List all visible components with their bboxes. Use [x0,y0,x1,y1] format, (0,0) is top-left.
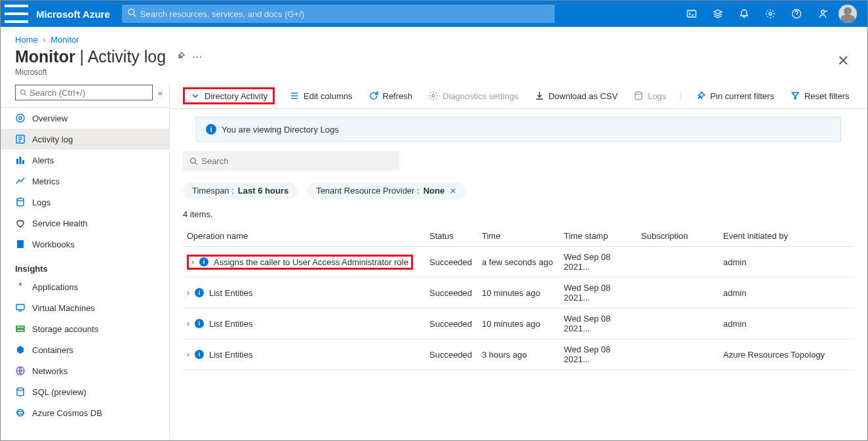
operation-name[interactable]: List Entities [209,319,252,329]
table-search-input[interactable] [201,156,393,166]
diagnostics-button[interactable]: Diagnostics settings [427,88,520,104]
download-icon [534,91,545,101]
table-row[interactable]: ›iList EntitiesSucceeded10 minutes agoWe… [183,278,854,308]
table-row[interactable]: ›iList EntitiesSucceeded3 hours agoWed S… [183,339,854,370]
breadcrumb-monitor[interactable]: Monitor [50,35,79,45]
directories-icon[interactable] [705,1,731,27]
chevron-right-icon[interactable]: › [187,350,189,359]
sidebar-item-metrics[interactable]: Metrics [1,171,169,192]
download-csv-button[interactable]: Download as CSV [533,88,620,104]
info-banner-text: You are viewing Directory Logs [222,125,339,135]
chevron-right-icon[interactable]: › [187,288,189,297]
svg-line-37 [195,162,197,164]
logs-icon [633,91,644,101]
svg-point-9 [20,90,25,94]
sidebar-item-workbooks[interactable]: Workbooks [1,234,169,255]
chevron-right-icon[interactable]: › [187,319,189,328]
svg-rect-18 [20,157,22,164]
sidebar-item-service-health[interactable]: Service Health [1,213,169,234]
pin-icon[interactable] [176,51,186,62]
table-search[interactable] [183,151,399,171]
cell-ts: Wed Sep 08 2021... [560,247,637,278]
sidebar-search[interactable] [15,85,153,100]
cloud-shell-icon[interactable] [679,1,705,27]
help-icon[interactable] [783,1,810,27]
th-subscription[interactable]: Subscription [637,226,719,247]
settings-icon[interactable] [757,1,783,27]
svg-point-6 [769,12,772,15]
sidebar-item-label: Containers [32,345,73,355]
cell-ts: Wed Sep 08 2021... [560,278,637,308]
sidebar-item-vms[interactable]: Virtual Machines [1,297,169,318]
th-operation[interactable]: Operation name [183,226,425,247]
pill-timespan[interactable]: Timespan : Last 6 hours [183,182,298,199]
sidebar-item-cosmos[interactable]: Azure Cosmos DB [1,402,169,423]
svg-point-12 [19,117,22,119]
operation-name[interactable]: List Entities [209,350,252,360]
pin-filters-button[interactable]: Pin current filters [694,88,776,104]
close-icon[interactable]: ✕ [450,186,456,196]
sidebar-item-label: Service Health [32,219,88,228]
th-time[interactable]: Time [478,226,560,247]
sidebar-item-containers[interactable]: Containers [1,339,169,360]
refresh-button[interactable]: Refresh [367,88,414,104]
cell-by: Azure Resources Topology [719,339,854,370]
sidebar-item-label: Activity log [32,135,73,144]
toolbar-separator [681,90,681,102]
sidebar-search-input[interactable] [30,88,148,98]
sidebar-item-activity-log[interactable]: Activity log [1,129,169,150]
reset-icon [790,91,800,101]
cell-status: Succeeded [425,278,478,308]
reset-filters-button[interactable]: Reset filters [789,88,851,104]
pill-tenant[interactable]: Tenant Resource Provider : None ✕ [307,182,465,199]
global-search-input[interactable] [140,9,549,19]
notifications-icon[interactable] [731,1,757,27]
th-timestamp[interactable]: Time stamp [560,226,637,247]
sidebar-item-logs[interactable]: Logs [1,192,169,213]
table-row[interactable]: ›iAssigns the caller to User Access Admi… [183,247,854,278]
sidebar-item-alerts[interactable]: Alerts [1,150,169,171]
logs-button[interactable]: Logs [632,88,667,104]
feedback-icon[interactable] [810,1,836,27]
breadcrumb-home[interactable]: Home [15,35,38,45]
avatar[interactable] [838,5,857,23]
sidebar-item-applications[interactable]: Applications [1,276,169,297]
menu-icon[interactable] [1,0,32,30]
operation-name[interactable]: List Entities [209,288,252,298]
columns-icon [289,91,300,101]
cell-status: Succeeded [425,339,478,370]
global-search[interactable] [122,5,555,23]
th-initiated[interactable]: Event initiated by [719,226,854,247]
svg-point-20 [17,198,24,201]
brand-label[interactable]: Microsoft Azure [32,9,122,20]
storage-icon [15,324,26,334]
containers-icon [15,345,26,355]
table-row[interactable]: ›iList EntitiesSucceeded10 minutes agoWe… [183,308,854,339]
svg-rect-17 [16,159,18,164]
edit-columns-button[interactable]: Edit columns [288,88,353,104]
more-icon[interactable]: ··· [192,51,203,63]
sidebar-item-storage[interactable]: Storage accounts [1,318,169,339]
svg-rect-26 [16,329,24,331]
page-owner: Microsoft [1,68,217,83]
sidebar-item-sql[interactable]: SQL (preview) [1,381,169,402]
cell-ts: Wed Sep 08 2021... [560,308,637,339]
metrics-icon [15,176,26,186]
directory-activity-button[interactable]: Directory Activity [183,87,275,104]
sidebar-item-networks[interactable]: Networks [1,360,169,381]
cell-by: admin [719,308,854,339]
collapse-sidebar-icon[interactable]: « [158,88,163,98]
operation-name[interactable]: Assigns the caller to User Access Admini… [214,257,408,267]
svg-rect-5 [688,10,696,17]
sidebar-item-overview[interactable]: Overview [1,108,169,129]
sidebar-item-label: Networks [32,366,68,376]
chevron-right-icon[interactable]: › [191,257,194,266]
top-bar: Microsoft Azure [1,1,867,27]
svg-point-22 [19,283,22,285]
svg-point-36 [191,158,196,163]
cell-status: Succeeded [425,247,478,278]
svg-point-11 [16,114,24,122]
th-status[interactable]: Status [425,226,478,247]
sidebar-item-label: Storage accounts [32,324,98,334]
close-icon[interactable]: ✕ [837,45,849,70]
